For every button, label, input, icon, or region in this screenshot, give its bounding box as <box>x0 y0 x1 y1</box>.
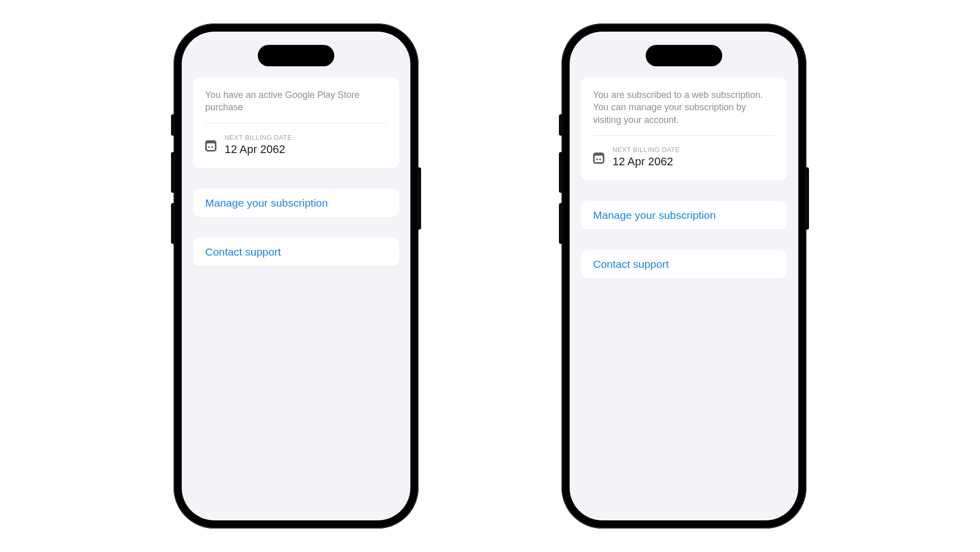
calendar-icon <box>205 140 216 152</box>
subscription-info-card: You are subscribed to a web subscription… <box>581 78 787 181</box>
phone-mockup-left: You have an active Google Play Store pur… <box>174 23 419 529</box>
billing-row: NEXT BILLING DATE 12 Apr 2062 <box>581 136 787 181</box>
manage-subscription-button[interactable]: Manage your subscription <box>581 201 787 230</box>
billing-text-block: NEXT BILLING DATE 12 Apr 2062 <box>225 134 292 156</box>
billing-label: NEXT BILLING DATE <box>225 134 292 141</box>
manage-subscription-label: Manage your subscription <box>205 197 328 209</box>
calendar-icon <box>593 153 604 164</box>
mute-switch <box>559 114 563 136</box>
subscription-status-text: You are subscribed to a web subscription… <box>581 78 787 135</box>
volume-down-button <box>559 203 563 244</box>
contact-support-button[interactable]: Contact support <box>193 238 399 266</box>
volume-up-button <box>559 152 563 193</box>
phone-screen: You have an active Google Play Store pur… <box>182 32 410 520</box>
contact-support-label: Contact support <box>205 246 281 258</box>
volume-down-button <box>171 203 175 244</box>
phone-mockup-right: You are subscribed to a web subscription… <box>561 23 806 529</box>
contact-support-label: Contact support <box>593 258 669 270</box>
manage-subscription-label: Manage your subscription <box>593 209 716 221</box>
subscription-info-card: You have an active Google Play Store pur… <box>193 78 399 168</box>
volume-up-button <box>171 152 175 193</box>
billing-label: NEXT BILLING DATE <box>612 146 680 154</box>
power-button <box>417 167 421 230</box>
billing-date: 12 Apr 2062 <box>612 155 680 168</box>
subscription-status-text: You have an active Google Play Store pur… <box>193 78 399 123</box>
billing-text-block: NEXT BILLING DATE 12 Apr 2062 <box>612 146 680 168</box>
dynamic-island <box>646 45 722 66</box>
manage-subscription-button[interactable]: Manage your subscription <box>193 189 399 217</box>
phone-screen: You are subscribed to a web subscription… <box>570 32 798 520</box>
billing-date: 12 Apr 2062 <box>225 143 292 156</box>
contact-support-button[interactable]: Contact support <box>581 250 787 279</box>
billing-row: NEXT BILLING DATE 12 Apr 2062 <box>193 123 399 168</box>
power-button <box>805 167 809 230</box>
mute-switch <box>171 114 175 136</box>
dynamic-island <box>258 45 334 66</box>
